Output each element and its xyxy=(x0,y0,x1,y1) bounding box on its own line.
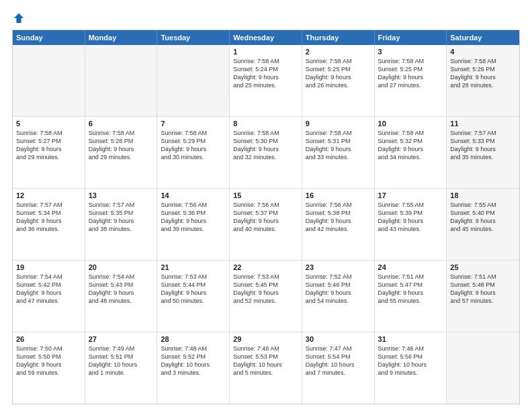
logo-icon xyxy=(13,12,25,24)
day-number: 17 xyxy=(378,191,443,199)
calendar-cell-3-2: 13Sunrise: 7:57 AM Sunset: 5:35 PM Dayli… xyxy=(85,189,158,260)
calendar-cell-3-1: 12Sunrise: 7:57 AM Sunset: 5:34 PM Dayli… xyxy=(13,189,85,260)
cell-info: Sunrise: 7:58 AM Sunset: 5:32 PM Dayligh… xyxy=(378,129,443,162)
cell-info: Sunrise: 7:52 AM Sunset: 5:46 PM Dayligh… xyxy=(306,273,371,306)
calendar-cell-3-7: 18Sunrise: 7:55 AM Sunset: 5:40 PM Dayli… xyxy=(447,189,519,260)
calendar-cell-5-5: 30Sunrise: 7:47 AM Sunset: 5:54 PM Dayli… xyxy=(302,332,375,404)
day-number: 21 xyxy=(161,263,226,271)
calendar-body: 1Sunrise: 7:58 AM Sunset: 5:24 PM Daylig… xyxy=(13,45,519,404)
cell-info: Sunrise: 7:51 AM Sunset: 5:48 PM Dayligh… xyxy=(450,273,516,306)
day-number: 12 xyxy=(16,191,81,199)
header xyxy=(12,12,520,24)
cell-info: Sunrise: 7:49 AM Sunset: 5:51 PM Dayligh… xyxy=(89,345,154,377)
cell-info: Sunrise: 7:57 AM Sunset: 5:34 PM Dayligh… xyxy=(16,201,81,234)
calendar-cell-4-7: 25Sunrise: 7:51 AM Sunset: 5:48 PM Dayli… xyxy=(447,261,519,332)
cell-info: Sunrise: 7:46 AM Sunset: 5:56 PM Dayligh… xyxy=(378,345,443,377)
calendar-cell-3-5: 16Sunrise: 7:56 AM Sunset: 5:38 PM Dayli… xyxy=(302,189,375,260)
calendar-cell-1-4: 1Sunrise: 7:58 AM Sunset: 5:24 PM Daylig… xyxy=(230,45,302,116)
cell-info: Sunrise: 7:56 AM Sunset: 5:36 PM Dayligh… xyxy=(161,201,226,234)
weekday-header-monday: Monday xyxy=(85,30,158,45)
day-number: 4 xyxy=(450,48,516,56)
day-number: 2 xyxy=(306,48,371,56)
day-number: 11 xyxy=(450,120,516,128)
calendar-cell-3-4: 15Sunrise: 7:56 AM Sunset: 5:37 PM Dayli… xyxy=(230,189,302,260)
calendar-cell-3-3: 14Sunrise: 7:56 AM Sunset: 5:36 PM Dayli… xyxy=(157,189,230,260)
logo xyxy=(12,12,26,24)
calendar-cell-2-5: 9Sunrise: 7:58 AM Sunset: 5:31 PM Daylig… xyxy=(302,117,375,188)
day-number: 8 xyxy=(233,120,298,128)
day-number: 6 xyxy=(89,120,154,128)
day-number: 28 xyxy=(161,335,226,343)
day-number: 23 xyxy=(306,263,371,271)
cell-info: Sunrise: 7:58 AM Sunset: 5:29 PM Dayligh… xyxy=(161,129,226,162)
calendar-row-4: 19Sunrise: 7:54 AM Sunset: 5:42 PM Dayli… xyxy=(13,261,519,332)
calendar-row-5: 26Sunrise: 7:50 AM Sunset: 5:50 PM Dayli… xyxy=(13,332,519,404)
cell-info: Sunrise: 7:53 AM Sunset: 5:44 PM Dayligh… xyxy=(161,273,226,306)
calendar-cell-2-2: 6Sunrise: 7:58 AM Sunset: 5:28 PM Daylig… xyxy=(85,117,158,188)
cell-info: Sunrise: 7:58 AM Sunset: 5:27 PM Dayligh… xyxy=(16,129,81,162)
calendar-cell-5-1: 26Sunrise: 7:50 AM Sunset: 5:50 PM Dayli… xyxy=(13,332,85,404)
calendar-header: SundayMondayTuesdayWednesdayThursdayFrid… xyxy=(13,30,519,45)
cell-info: Sunrise: 7:55 AM Sunset: 5:39 PM Dayligh… xyxy=(378,201,443,234)
calendar-cell-4-2: 20Sunrise: 7:54 AM Sunset: 5:43 PM Dayli… xyxy=(85,261,158,332)
logo-text xyxy=(12,12,26,24)
day-number: 5 xyxy=(16,120,81,128)
cell-info: Sunrise: 7:54 AM Sunset: 5:43 PM Dayligh… xyxy=(89,273,154,306)
day-number: 15 xyxy=(233,191,298,199)
weekday-header-tuesday: Tuesday xyxy=(157,30,230,45)
calendar-cell-1-3 xyxy=(157,45,230,116)
calendar-cell-2-6: 10Sunrise: 7:58 AM Sunset: 5:32 PM Dayli… xyxy=(375,117,447,188)
cell-info: Sunrise: 7:48 AM Sunset: 5:53 PM Dayligh… xyxy=(233,345,298,377)
calendar-row-3: 12Sunrise: 7:57 AM Sunset: 5:34 PM Dayli… xyxy=(13,189,519,261)
day-number: 24 xyxy=(378,263,443,271)
cell-info: Sunrise: 7:47 AM Sunset: 5:54 PM Dayligh… xyxy=(306,345,371,377)
day-number: 16 xyxy=(306,191,371,199)
calendar-cell-5-6: 31Sunrise: 7:46 AM Sunset: 5:56 PM Dayli… xyxy=(375,332,447,404)
cell-info: Sunrise: 7:53 AM Sunset: 5:45 PM Dayligh… xyxy=(233,273,298,306)
calendar-cell-1-5: 2Sunrise: 7:58 AM Sunset: 5:25 PM Daylig… xyxy=(302,45,375,116)
weekday-header-saturday: Saturday xyxy=(447,30,519,45)
calendar-cell-4-4: 22Sunrise: 7:53 AM Sunset: 5:45 PM Dayli… xyxy=(230,261,302,332)
cell-info: Sunrise: 7:58 AM Sunset: 5:25 PM Dayligh… xyxy=(306,57,371,90)
day-number: 10 xyxy=(378,120,443,128)
cell-info: Sunrise: 7:58 AM Sunset: 5:31 PM Dayligh… xyxy=(306,129,371,162)
day-number: 22 xyxy=(233,263,298,271)
day-number: 30 xyxy=(306,335,371,343)
day-number: 27 xyxy=(89,335,154,343)
weekday-header-sunday: Sunday xyxy=(13,30,85,45)
cell-info: Sunrise: 7:56 AM Sunset: 5:37 PM Dayligh… xyxy=(233,201,298,234)
cell-info: Sunrise: 7:58 AM Sunset: 5:24 PM Dayligh… xyxy=(233,57,298,90)
calendar-cell-2-3: 7Sunrise: 7:58 AM Sunset: 5:29 PM Daylig… xyxy=(157,117,230,188)
calendar-cell-4-3: 21Sunrise: 7:53 AM Sunset: 5:44 PM Dayli… xyxy=(157,261,230,332)
day-number: 29 xyxy=(233,335,298,343)
calendar-cell-3-6: 17Sunrise: 7:55 AM Sunset: 5:39 PM Dayli… xyxy=(375,189,447,260)
cell-info: Sunrise: 7:57 AM Sunset: 5:35 PM Dayligh… xyxy=(89,201,154,234)
calendar: SundayMondayTuesdayWednesdayThursdayFrid… xyxy=(12,30,520,404)
calendar-row-1: 1Sunrise: 7:58 AM Sunset: 5:24 PM Daylig… xyxy=(13,45,519,117)
calendar-cell-1-1 xyxy=(13,45,85,116)
calendar-cell-4-5: 23Sunrise: 7:52 AM Sunset: 5:46 PM Dayli… xyxy=(302,261,375,332)
page: SundayMondayTuesdayWednesdayThursdayFrid… xyxy=(0,0,532,411)
day-number: 25 xyxy=(450,263,516,271)
day-number: 14 xyxy=(161,191,226,199)
calendar-cell-2-4: 8Sunrise: 7:58 AM Sunset: 5:30 PM Daylig… xyxy=(230,117,302,188)
calendar-cell-1-6: 3Sunrise: 7:58 AM Sunset: 5:25 PM Daylig… xyxy=(375,45,447,116)
day-number: 31 xyxy=(378,335,443,343)
day-number: 3 xyxy=(378,48,443,56)
calendar-cell-5-4: 29Sunrise: 7:48 AM Sunset: 5:53 PM Dayli… xyxy=(230,332,302,404)
day-number: 26 xyxy=(16,335,81,343)
cell-info: Sunrise: 7:50 AM Sunset: 5:50 PM Dayligh… xyxy=(16,345,81,377)
calendar-cell-5-7 xyxy=(447,332,519,404)
weekday-header-thursday: Thursday xyxy=(302,30,375,45)
calendar-cell-4-6: 24Sunrise: 7:51 AM Sunset: 5:47 PM Dayli… xyxy=(375,261,447,332)
cell-info: Sunrise: 7:55 AM Sunset: 5:40 PM Dayligh… xyxy=(450,201,516,234)
calendar-cell-2-1: 5Sunrise: 7:58 AM Sunset: 5:27 PM Daylig… xyxy=(13,117,85,188)
cell-info: Sunrise: 7:56 AM Sunset: 5:38 PM Dayligh… xyxy=(306,201,371,234)
cell-info: Sunrise: 7:54 AM Sunset: 5:42 PM Dayligh… xyxy=(16,273,81,306)
cell-info: Sunrise: 7:48 AM Sunset: 5:52 PM Dayligh… xyxy=(161,345,226,377)
day-number: 20 xyxy=(89,263,154,271)
day-number: 13 xyxy=(89,191,154,199)
calendar-cell-1-7: 4Sunrise: 7:58 AM Sunset: 5:26 PM Daylig… xyxy=(447,45,519,116)
cell-info: Sunrise: 7:51 AM Sunset: 5:47 PM Dayligh… xyxy=(378,273,443,306)
svg-marker-0 xyxy=(14,13,24,23)
